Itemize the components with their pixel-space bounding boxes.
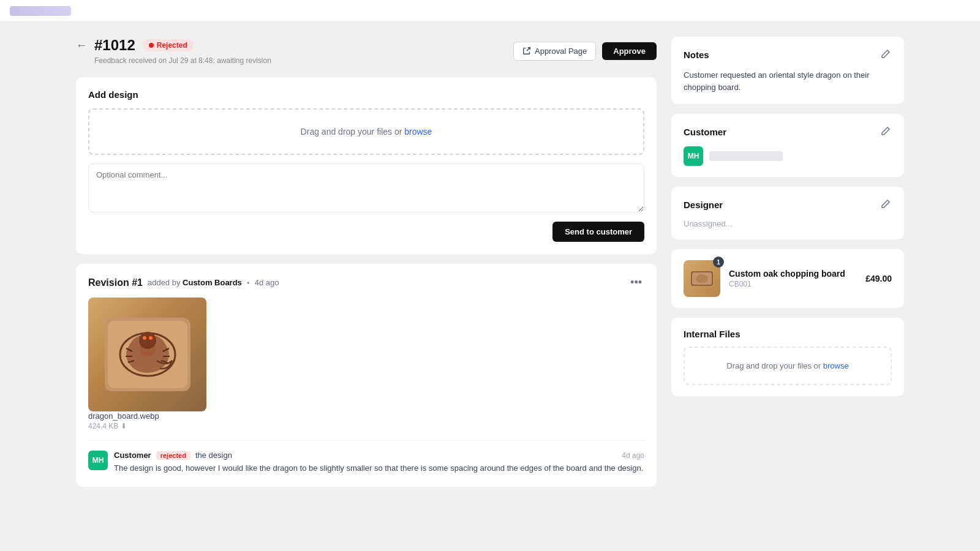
internal-files-title: Internal Files (684, 329, 741, 339)
browse-link[interactable]: browse (404, 127, 432, 137)
edit-customer-icon (881, 126, 891, 136)
product-info: Custom oak chopping board CB001 (729, 269, 857, 288)
approve-button[interactable]: Approve (602, 42, 657, 60)
comment-text: The design is good, however I would like… (114, 462, 644, 474)
status-badge: Rejected (143, 39, 194, 51)
approval-page-label: Approval Page (535, 47, 587, 56)
internal-browse-link[interactable]: browse (823, 361, 849, 370)
revision-dot: • (247, 278, 250, 288)
add-design-card: Add design Drag and drop your files or b… (76, 77, 657, 254)
product-price: £49.00 (865, 274, 892, 283)
edit-notes-icon (881, 49, 891, 59)
status-dot-icon (149, 43, 154, 48)
page-header-left: ← #1012 Rejected Feedback received on Ju… (76, 37, 271, 65)
top-bar (0, 0, 980, 22)
notes-edit-button[interactable] (880, 48, 892, 62)
comment-time: 4d ago (622, 451, 644, 460)
revision-time: 4d ago (255, 278, 279, 287)
notes-title: Notes (684, 50, 709, 60)
customer-avatar: MH (684, 146, 703, 166)
customer-name-blurred (709, 151, 783, 161)
revision-header-left: Revision #1 added by Custom Boards • 4d … (88, 277, 279, 288)
revision-header: Revision #1 added by Custom Boards • 4d … (88, 276, 644, 289)
external-link-icon (522, 47, 531, 55)
added-by-prefix: added by (148, 278, 181, 287)
revision-title: Revision #1 (88, 277, 143, 288)
title-row: ← #1012 Rejected (76, 37, 271, 54)
product-badge: 1 (713, 257, 724, 268)
notes-card: Notes Customer requested an oriental sty… (671, 37, 904, 104)
drop-text: Drag and drop your files or (301, 127, 405, 137)
designer-unassigned: Unassigned... (684, 219, 892, 228)
comment-author: Customer (114, 451, 151, 460)
product-image-wrap: 1 (684, 260, 720, 297)
comment-header: Customer rejected the design 4d ago (114, 451, 644, 460)
product-sku: CB001 (729, 280, 857, 288)
internal-files-header: Internal Files (684, 329, 892, 339)
right-panel: Notes Customer requested an oriental sty… (671, 37, 904, 487)
product-card: 1 Custom oak chopping board CB001 £49.00 (671, 249, 904, 308)
svg-point-8 (696, 274, 708, 283)
comment-row: MH Customer rejected the design 4d ago T… (88, 440, 644, 474)
page-header: ← #1012 Rejected Feedback received on Ju… (76, 37, 657, 65)
designer-card: Designer Unassigned... (671, 187, 904, 239)
internal-files-card: Internal Files Drag and drop your files … (671, 318, 904, 396)
file-drop-zone[interactable]: Drag and drop your files or browse (88, 108, 644, 155)
avatar: MH (88, 451, 108, 470)
dragon-image-svg (99, 309, 197, 400)
file-size: 424.4 KB ⬇ (88, 422, 644, 430)
page-title: #1012 (94, 37, 135, 54)
svg-point-4 (143, 336, 146, 340)
internal-files-drop-zone[interactable]: Drag and drop your files or browse (684, 347, 892, 385)
send-to-customer-button[interactable]: Send to customer (552, 222, 644, 242)
customer-row: MH (684, 146, 892, 166)
product-row: 1 Custom oak chopping board CB001 £49.00 (684, 260, 892, 297)
back-button[interactable]: ← (76, 40, 87, 51)
rejected-tag: rejected (156, 451, 190, 460)
revision-card: Revision #1 added by Custom Boards • 4d … (76, 264, 657, 487)
revision-image (88, 298, 206, 411)
add-design-title: Add design (88, 89, 644, 100)
page-subtitle: Feedback received on Jul 29 at 8:48; awa… (94, 56, 271, 65)
page-header-right: Approval Page Approve (513, 42, 657, 61)
approval-page-button[interactable]: Approval Page (513, 42, 596, 61)
designer-title: Designer (684, 200, 723, 210)
notes-text: Customer requested an oriental style dra… (684, 69, 892, 93)
revision-meta: added by Custom Boards (148, 278, 242, 287)
more-options-button[interactable]: ••• (628, 276, 644, 289)
left-panel: ← #1012 Rejected Feedback received on Ju… (76, 37, 657, 487)
designer-edit-button[interactable] (880, 198, 892, 212)
designer-card-header: Designer (684, 198, 892, 212)
edit-designer-icon (881, 199, 891, 209)
file-name: dragon_board.webp (88, 411, 644, 421)
customer-title: Customer (684, 127, 726, 137)
app-logo (10, 6, 71, 16)
download-icon[interactable]: ⬇ (121, 422, 127, 430)
added-by-name: Custom Boards (183, 278, 242, 287)
notes-card-header: Notes (684, 48, 892, 62)
customer-card: Customer MH (671, 114, 904, 177)
product-name: Custom oak chopping board (729, 269, 857, 279)
status-label: Rejected (157, 41, 187, 50)
product-icon-svg (690, 269, 714, 288)
customer-card-header: Customer (684, 125, 892, 139)
comment-action: the design (195, 451, 232, 460)
comment-content: Customer rejected the design 4d ago The … (114, 451, 644, 474)
comment-textarea[interactable] (88, 163, 644, 212)
customer-edit-button[interactable] (880, 125, 892, 139)
svg-point-3 (139, 332, 156, 349)
internal-drop-text: Drag and drop your files or (726, 361, 823, 370)
svg-point-5 (149, 336, 153, 340)
file-size-value: 424.4 KB (88, 422, 118, 430)
